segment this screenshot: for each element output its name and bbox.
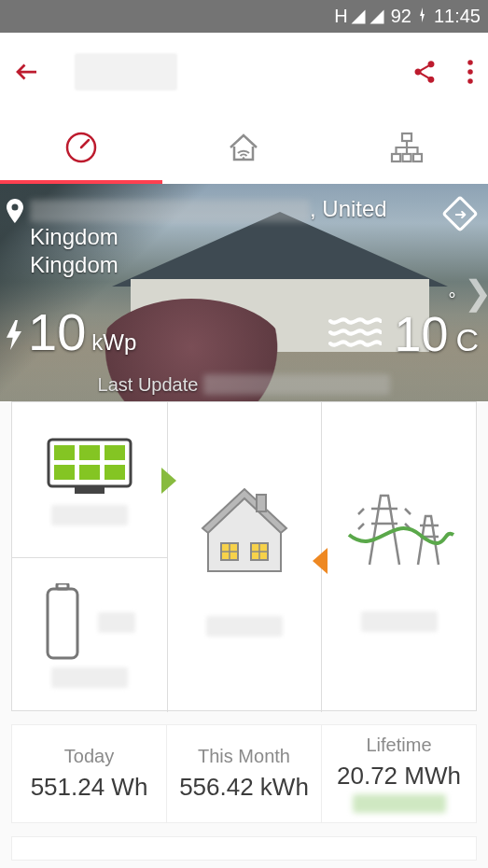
tab-bar bbox=[0, 111, 488, 184]
svg-rect-9 bbox=[413, 154, 422, 161]
solar-panel-icon bbox=[43, 434, 136, 499]
tab-layout[interactable] bbox=[326, 111, 488, 184]
svg-rect-7 bbox=[392, 154, 400, 161]
stats-lifetime-label: Lifetime bbox=[366, 735, 431, 756]
stats-lifetime[interactable]: Lifetime 20.72 MWh bbox=[321, 725, 476, 822]
battery-charging-icon bbox=[417, 7, 428, 26]
diagram-col-house bbox=[167, 402, 322, 712]
content-area: Today 551.24 Wh This Month 556.42 kWh Li… bbox=[0, 401, 488, 868]
flow-arrow-solar-to-house bbox=[161, 468, 176, 494]
diagram-col-grid bbox=[321, 402, 476, 712]
diagram-col-source bbox=[12, 402, 167, 712]
signal-icon bbox=[350, 8, 367, 25]
directions-button[interactable]: ➜ bbox=[441, 195, 479, 232]
stats-today-label: Today bbox=[64, 746, 114, 767]
grid-pylon-icon bbox=[343, 483, 455, 576]
last-update-value bbox=[203, 374, 390, 395]
battery-icon bbox=[44, 583, 81, 662]
svg-rect-20 bbox=[257, 495, 266, 511]
bolt-icon bbox=[6, 320, 22, 350]
gauge-icon bbox=[64, 131, 98, 164]
location-line2: Kingdom bbox=[30, 251, 441, 279]
svg-rect-12 bbox=[79, 445, 100, 460]
stats-today[interactable]: Today 551.24 Wh bbox=[12, 725, 166, 822]
last-update-label: Last Update bbox=[98, 374, 199, 396]
stats-month-value: 556.42 kWh bbox=[179, 773, 309, 802]
svg-rect-16 bbox=[105, 465, 125, 480]
house-value bbox=[206, 616, 283, 637]
location-pin-icon bbox=[6, 199, 24, 223]
svg-rect-14 bbox=[54, 465, 75, 480]
grid-value bbox=[361, 611, 438, 632]
energy-stats: Today 551.24 Wh This Month 556.42 kWh Li… bbox=[11, 724, 477, 823]
svg-rect-11 bbox=[54, 445, 75, 460]
svg-point-5 bbox=[243, 157, 245, 160]
network-type: H bbox=[334, 6, 347, 27]
svg-rect-13 bbox=[105, 445, 125, 460]
share-button[interactable] bbox=[411, 59, 438, 85]
weather: 10°C bbox=[328, 306, 479, 362]
svg-rect-6 bbox=[402, 133, 411, 141]
site-location: , United Kingdom Kingdom bbox=[30, 195, 441, 279]
more-menu-button[interactable] bbox=[466, 58, 475, 86]
site-hero: , United Kingdom Kingdom ➜ 10 kWp 10°C ❯… bbox=[0, 184, 488, 401]
svg-point-0 bbox=[467, 60, 473, 65]
solar-cell bbox=[12, 402, 167, 557]
last-update: Last Update bbox=[0, 374, 488, 396]
svg-rect-17 bbox=[75, 486, 105, 494]
svg-rect-19 bbox=[48, 589, 77, 658]
power-value: 10 bbox=[28, 301, 86, 362]
page-title bbox=[75, 53, 177, 91]
solar-value bbox=[51, 505, 128, 525]
stats-lifetime-money bbox=[353, 794, 446, 813]
temperature-value: 10 bbox=[395, 307, 449, 361]
back-button[interactable] bbox=[13, 58, 41, 86]
temperature-unit: C bbox=[455, 322, 479, 357]
signal-icon bbox=[369, 8, 385, 25]
battery-percent bbox=[98, 612, 135, 633]
clock: 11:45 bbox=[434, 6, 481, 27]
home-wifi-icon bbox=[225, 129, 262, 166]
power-unit: kWp bbox=[91, 329, 136, 356]
stats-month-label: This Month bbox=[198, 746, 290, 767]
sitemap-icon bbox=[389, 130, 425, 165]
energy-flow-diagram[interactable] bbox=[11, 401, 477, 711]
battery-percent: 92 bbox=[391, 6, 411, 27]
signal-indicators: H bbox=[334, 6, 384, 27]
stats-today-value: 551.24 Wh bbox=[31, 773, 148, 802]
svg-point-2 bbox=[467, 78, 473, 84]
degree-symbol: ° bbox=[448, 289, 455, 310]
battery-cell bbox=[12, 557, 167, 712]
stats-month[interactable]: This Month 556.42 kWh bbox=[166, 725, 321, 822]
fog-icon bbox=[328, 315, 382, 353]
hero-next-button[interactable]: ❯ bbox=[464, 273, 488, 313]
system-power: 10 kWp bbox=[6, 301, 136, 362]
next-card-peek[interactable] bbox=[11, 836, 477, 861]
stats-lifetime-value: 20.72 MWh bbox=[337, 762, 461, 791]
battery-value bbox=[51, 667, 128, 688]
flow-arrow-grid-to-house bbox=[313, 548, 328, 574]
house-icon bbox=[193, 478, 296, 581]
app-bar bbox=[0, 33, 488, 111]
android-status-bar: H 92 11:45 bbox=[0, 0, 488, 33]
tab-home[interactable] bbox=[162, 111, 325, 184]
svg-line-4 bbox=[81, 140, 89, 147]
tab-dashboard[interactable] bbox=[0, 111, 162, 184]
svg-point-1 bbox=[467, 69, 473, 75]
svg-rect-8 bbox=[402, 154, 411, 161]
svg-rect-15 bbox=[79, 465, 100, 480]
